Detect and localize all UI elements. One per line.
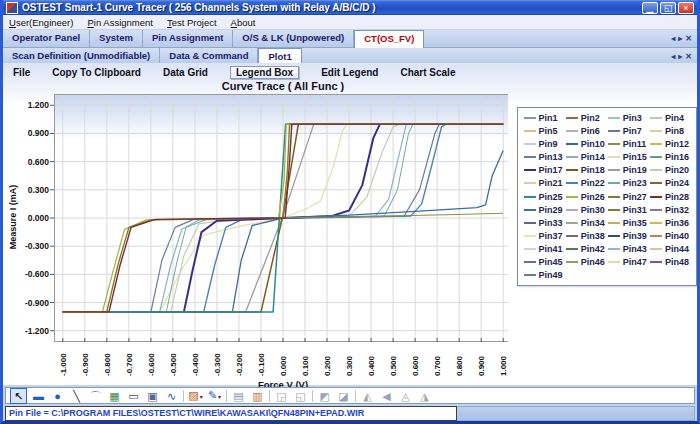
legend-swatch-icon	[608, 209, 620, 211]
tab-ct-os-fv-[interactable]: CT(OS_FV)	[354, 30, 424, 48]
status-bar: Pin File = C:\PROGRAM FILES\OSTEST\CT\WI…	[5, 406, 695, 421]
ellipse-tool-icon[interactable]: ●	[50, 389, 65, 403]
legend-item-pin30: Pin30	[566, 205, 606, 215]
legend-label: Pin11	[623, 139, 647, 149]
legend-swatch-icon	[524, 235, 536, 237]
svg-text:0.800: 0.800	[455, 355, 464, 376]
legend-swatch-icon	[650, 143, 662, 145]
restore-button[interactable]: ◱	[660, 2, 676, 14]
menu-pin-assignment[interactable]: Pin Assignment	[87, 17, 153, 28]
legend-swatch-icon	[566, 143, 578, 145]
plot-canvas[interactable]	[54, 94, 508, 342]
close-button[interactable]: ×	[678, 2, 694, 14]
svg-text:0.100: 0.100	[301, 355, 310, 376]
rotate-right-icon[interactable]: ◮	[417, 389, 432, 403]
paste-chart-icon[interactable]: ▥	[250, 389, 265, 403]
rotate-left-icon[interactable]: ◬	[398, 389, 413, 403]
comment-tool-icon[interactable]: ▣	[145, 389, 160, 403]
box-tool-icon[interactable]: ▭	[126, 389, 141, 403]
legend-label: Pin34	[581, 218, 605, 228]
legend-label: Pin17	[539, 165, 563, 175]
title-bar[interactable]: OSTEST Smart-1 Curve Tracer ( 256 Channe…	[3, 0, 697, 15]
flip-vertical-icon[interactable]: ◭	[360, 389, 375, 403]
legend-label: Pin18	[581, 165, 605, 175]
legend-label: Pin2	[581, 113, 600, 123]
tab-close-icon[interactable]: ✕	[685, 34, 692, 43]
tab-operator-panel[interactable]: Operator Panel	[3, 30, 90, 47]
legend-label: Pin43	[623, 244, 647, 254]
svg-text:-0.900: -0.900	[25, 298, 49, 308]
legend-item-pin18: Pin18	[566, 165, 606, 175]
bring-forward-icon[interactable]: ◲	[274, 389, 289, 403]
legend-box[interactable]: Pin1Pin2Pin3Pin4Pin5Pin6Pin7Pin8Pin9Pin1…	[517, 107, 698, 286]
legend-item-pin48: Pin48	[650, 257, 690, 267]
legend-item-pin16: Pin16	[650, 152, 690, 162]
legend-item-pin29: Pin29	[524, 205, 564, 215]
plotmenu-copy-to-clipboard[interactable]: Copy To Clipboard	[52, 67, 141, 78]
tab-scroll-left-icon[interactable]: ◂	[671, 34, 675, 43]
minimize-button[interactable]: ▁	[642, 2, 658, 14]
svg-text:-0.900: -0.900	[81, 353, 90, 376]
legend-swatch-icon	[566, 182, 578, 184]
arc-tool-icon[interactable]: ⌒	[88, 389, 103, 403]
main-tab-strip: Operator PanelSystemPin AssignmentO/S & …	[3, 30, 697, 48]
plotmenu-chart-scale[interactable]: Chart Scale	[400, 67, 455, 78]
wave-tool-icon[interactable]: ∿	[164, 389, 179, 403]
legend-label: Pin28	[665, 192, 689, 202]
legend-label: Pin29	[539, 205, 563, 215]
tab-scroll-right-icon[interactable]: ▸	[678, 52, 682, 61]
tab-scroll-right-icon[interactable]: ▸	[678, 34, 682, 43]
plotmenu-legend-box[interactable]: Legend Box	[230, 66, 299, 79]
legend-swatch-icon	[608, 143, 620, 145]
legend-item-pin1: Pin1	[524, 113, 564, 123]
dropdown-arrow-icon[interactable]: ▾	[200, 394, 203, 400]
zoom-out-icon[interactable]: ◪	[336, 389, 351, 403]
menu-user-engineer-[interactable]: User(Engineer)	[9, 17, 73, 28]
line-tool-icon[interactable]: ╲	[69, 389, 84, 403]
zoom-in-icon[interactable]: ◩	[317, 389, 332, 403]
legend-swatch-icon	[524, 196, 536, 198]
copy-chart-icon[interactable]: ▤	[231, 389, 246, 403]
legend-label: Pin35	[623, 218, 647, 228]
legend-swatch-icon	[524, 209, 536, 211]
legend-swatch-icon	[566, 169, 578, 171]
legend-swatch-icon	[608, 235, 620, 237]
svg-text:0.000: 0.000	[28, 213, 50, 223]
tab-close-icon[interactable]: ✕	[685, 52, 692, 61]
line-style-icon[interactable]: ✎▾	[207, 388, 222, 404]
status-bar-filler	[457, 406, 695, 421]
rectangle-tool-icon[interactable]: ▬	[31, 389, 46, 403]
flip-horizontal-icon[interactable]: ◀	[379, 389, 394, 403]
tab-system[interactable]: System	[90, 30, 143, 47]
legend-label: Pin44	[665, 244, 689, 254]
legend-label: Pin31	[623, 205, 647, 215]
menu-about[interactable]: About	[231, 17, 256, 28]
svg-text:0.300: 0.300	[28, 185, 50, 195]
menu-test-project[interactable]: Test Project	[167, 17, 217, 28]
legend-swatch-icon	[650, 169, 662, 171]
legend-item-pin36: Pin36	[650, 218, 690, 228]
legend-label: Pin45	[539, 257, 563, 267]
legend-swatch-icon	[608, 248, 620, 250]
dropdown-arrow-icon[interactable]: ▾	[218, 394, 221, 400]
tab-o-s-lk-unpowered-[interactable]: O/S & LK (Unpowered)	[233, 30, 354, 47]
plotmenu-data-grid[interactable]: Data Grid	[163, 67, 208, 78]
drawing-toolbar: ↖▬●╲⌒▦▭▣∿▨▾✎▾▤▥◲◱◩◪◭◀◬◮	[5, 387, 695, 404]
legend-swatch-icon	[524, 156, 536, 158]
plot-menu-bar: FileCopy To ClipboardData GridLegend Box…	[3, 63, 697, 80]
legend-item-pin37: Pin37	[524, 231, 564, 241]
send-backward-icon[interactable]: ◱	[293, 389, 308, 403]
plotmenu-file[interactable]: File	[13, 67, 30, 78]
tab-scroll-left-icon[interactable]: ◂	[671, 52, 675, 61]
legend-item-pin7: Pin7	[608, 126, 648, 136]
plotmenu-edit-legend[interactable]: Edit Legend	[321, 67, 378, 78]
tab-pin-assignment[interactable]: Pin Assignment	[143, 30, 233, 47]
select-cursor-icon[interactable]: ↖	[10, 388, 27, 404]
legend-item-pin23: Pin23	[608, 178, 648, 188]
image-tool-icon[interactable]: ▦	[107, 389, 122, 403]
legend-label: Pin1	[539, 113, 558, 123]
legend-item-pin9: Pin9	[524, 139, 564, 149]
legend-label: Pin21	[539, 178, 563, 188]
app-window: OSTEST Smart-1 Curve Tracer ( 256 Channe…	[0, 0, 700, 424]
fill-color-icon[interactable]: ▨▾	[188, 388, 203, 404]
